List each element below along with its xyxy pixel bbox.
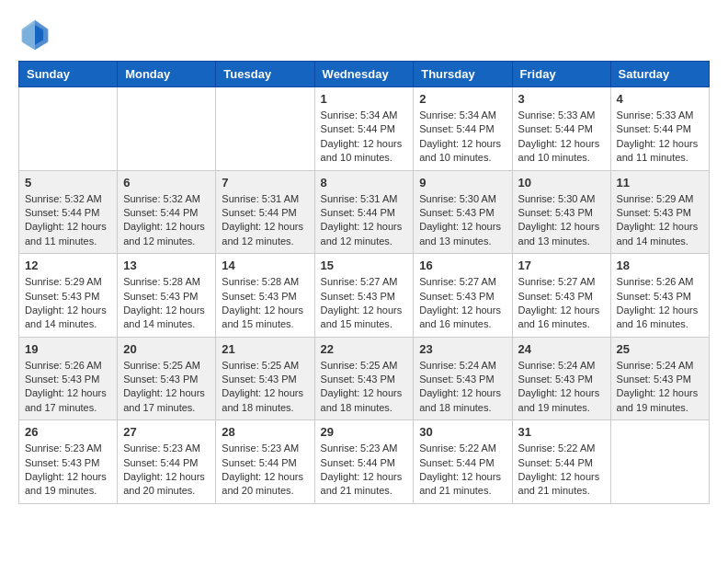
calendar: SundayMondayTuesdayWednesdayThursdayFrid… xyxy=(18,61,710,504)
day-number: 12 xyxy=(25,259,111,272)
day-number: 22 xyxy=(321,342,408,356)
calendar-body: 1Sunrise: 5:34 AM Sunset: 5:44 PM Daylig… xyxy=(19,87,710,504)
header xyxy=(18,18,710,52)
day-info: Sunrise: 5:28 AM Sunset: 5:43 PM Dayligh… xyxy=(222,275,308,332)
calendar-cell: 3Sunrise: 5:33 AM Sunset: 5:44 PM Daylig… xyxy=(512,87,610,171)
calendar-cell: 20Sunrise: 5:25 AM Sunset: 5:43 PM Dayli… xyxy=(118,337,216,420)
day-info: Sunrise: 5:23 AM Sunset: 5:44 PM Dayligh… xyxy=(123,442,210,499)
calendar-cell xyxy=(610,420,709,504)
day-info: Sunrise: 5:34 AM Sunset: 5:44 PM Dayligh… xyxy=(419,109,506,166)
logo-icon xyxy=(18,18,51,52)
day-info: Sunrise: 5:24 AM Sunset: 5:43 PM Dayligh… xyxy=(419,359,506,416)
day-number: 3 xyxy=(518,92,605,106)
day-info: Sunrise: 5:27 AM Sunset: 5:43 PM Dayligh… xyxy=(419,275,506,332)
day-number: 25 xyxy=(617,342,703,356)
calendar-cell: 17Sunrise: 5:27 AM Sunset: 5:43 PM Dayli… xyxy=(512,254,610,338)
day-number: 19 xyxy=(25,342,111,356)
calendar-cell: 8Sunrise: 5:31 AM Sunset: 5:44 PM Daylig… xyxy=(314,170,414,254)
svg-marker-2 xyxy=(22,20,35,50)
calendar-cell: 4Sunrise: 5:33 AM Sunset: 5:44 PM Daylig… xyxy=(610,87,709,171)
day-info: Sunrise: 5:25 AM Sunset: 5:43 PM Dayligh… xyxy=(222,359,308,416)
day-info: Sunrise: 5:22 AM Sunset: 5:44 PM Dayligh… xyxy=(518,442,605,499)
day-info: Sunrise: 5:29 AM Sunset: 5:43 PM Dayligh… xyxy=(25,275,111,332)
day-info: Sunrise: 5:23 AM Sunset: 5:44 PM Dayligh… xyxy=(321,442,408,499)
weekday-header: Saturday xyxy=(610,62,709,87)
calendar-cell: 14Sunrise: 5:28 AM Sunset: 5:43 PM Dayli… xyxy=(216,254,314,338)
day-info: Sunrise: 5:28 AM Sunset: 5:43 PM Dayligh… xyxy=(123,275,210,332)
day-number: 26 xyxy=(25,425,111,439)
calendar-cell: 6Sunrise: 5:32 AM Sunset: 5:44 PM Daylig… xyxy=(118,170,216,254)
calendar-cell xyxy=(216,87,314,171)
day-info: Sunrise: 5:24 AM Sunset: 5:43 PM Dayligh… xyxy=(617,359,703,416)
day-number: 15 xyxy=(321,259,408,272)
day-number: 9 xyxy=(419,176,506,190)
day-number: 1 xyxy=(321,92,408,106)
day-number: 16 xyxy=(419,259,506,272)
calendar-cell: 22Sunrise: 5:25 AM Sunset: 5:43 PM Dayli… xyxy=(314,337,414,420)
calendar-cell: 1Sunrise: 5:34 AM Sunset: 5:44 PM Daylig… xyxy=(314,87,414,171)
day-info: Sunrise: 5:23 AM Sunset: 5:44 PM Dayligh… xyxy=(222,442,308,499)
calendar-cell: 7Sunrise: 5:31 AM Sunset: 5:44 PM Daylig… xyxy=(216,170,314,254)
day-number: 24 xyxy=(518,342,605,356)
day-number: 27 xyxy=(123,425,210,439)
day-info: Sunrise: 5:24 AM Sunset: 5:43 PM Dayligh… xyxy=(518,359,605,416)
calendar-cell: 19Sunrise: 5:26 AM Sunset: 5:43 PM Dayli… xyxy=(19,337,118,420)
day-info: Sunrise: 5:30 AM Sunset: 5:43 PM Dayligh… xyxy=(419,192,506,249)
calendar-week-row: 12Sunrise: 5:29 AM Sunset: 5:43 PM Dayli… xyxy=(19,254,710,338)
day-number: 14 xyxy=(222,259,308,272)
day-info: Sunrise: 5:33 AM Sunset: 5:44 PM Dayligh… xyxy=(617,109,703,166)
day-info: Sunrise: 5:25 AM Sunset: 5:43 PM Dayligh… xyxy=(123,359,210,416)
day-number: 29 xyxy=(321,425,408,439)
day-number: 30 xyxy=(419,425,506,439)
day-number: 23 xyxy=(419,342,506,356)
day-info: Sunrise: 5:26 AM Sunset: 5:43 PM Dayligh… xyxy=(25,359,111,416)
calendar-week-row: 26Sunrise: 5:23 AM Sunset: 5:43 PM Dayli… xyxy=(19,420,710,504)
weekday-header: Monday xyxy=(118,62,216,87)
day-number: 10 xyxy=(518,176,605,190)
day-number: 21 xyxy=(222,342,308,356)
calendar-cell xyxy=(19,87,118,171)
day-number: 11 xyxy=(617,176,703,190)
day-info: Sunrise: 5:22 AM Sunset: 5:44 PM Dayligh… xyxy=(419,442,506,499)
calendar-cell: 18Sunrise: 5:26 AM Sunset: 5:43 PM Dayli… xyxy=(610,254,709,338)
day-info: Sunrise: 5:23 AM Sunset: 5:43 PM Dayligh… xyxy=(25,442,111,499)
day-info: Sunrise: 5:29 AM Sunset: 5:43 PM Dayligh… xyxy=(617,192,703,249)
calendar-week-row: 19Sunrise: 5:26 AM Sunset: 5:43 PM Dayli… xyxy=(19,337,710,420)
calendar-cell: 24Sunrise: 5:24 AM Sunset: 5:43 PM Dayli… xyxy=(512,337,610,420)
calendar-week-row: 5Sunrise: 5:32 AM Sunset: 5:44 PM Daylig… xyxy=(19,170,710,254)
logo xyxy=(18,18,57,52)
day-number: 5 xyxy=(25,176,111,190)
day-info: Sunrise: 5:33 AM Sunset: 5:44 PM Dayligh… xyxy=(518,109,605,166)
day-number: 28 xyxy=(222,425,308,439)
weekday-header: Sunday xyxy=(19,62,118,87)
day-info: Sunrise: 5:26 AM Sunset: 5:43 PM Dayligh… xyxy=(617,275,703,332)
calendar-week-row: 1Sunrise: 5:34 AM Sunset: 5:44 PM Daylig… xyxy=(19,87,710,171)
calendar-cell: 16Sunrise: 5:27 AM Sunset: 5:43 PM Dayli… xyxy=(414,254,512,338)
day-number: 20 xyxy=(123,342,210,356)
day-number: 6 xyxy=(123,176,210,190)
calendar-cell: 30Sunrise: 5:22 AM Sunset: 5:44 PM Dayli… xyxy=(414,420,512,504)
day-number: 13 xyxy=(123,259,210,272)
calendar-cell: 21Sunrise: 5:25 AM Sunset: 5:43 PM Dayli… xyxy=(216,337,314,420)
day-info: Sunrise: 5:32 AM Sunset: 5:44 PM Dayligh… xyxy=(123,192,210,249)
day-info: Sunrise: 5:30 AM Sunset: 5:43 PM Dayligh… xyxy=(518,192,605,249)
calendar-cell: 15Sunrise: 5:27 AM Sunset: 5:43 PM Dayli… xyxy=(314,254,414,338)
calendar-cell: 2Sunrise: 5:34 AM Sunset: 5:44 PM Daylig… xyxy=(414,87,512,171)
calendar-cell: 23Sunrise: 5:24 AM Sunset: 5:43 PM Dayli… xyxy=(414,337,512,420)
day-info: Sunrise: 5:31 AM Sunset: 5:44 PM Dayligh… xyxy=(222,192,308,249)
day-number: 8 xyxy=(321,176,408,190)
weekday-header: Thursday xyxy=(414,62,512,87)
day-number: 31 xyxy=(518,425,605,439)
day-info: Sunrise: 5:25 AM Sunset: 5:43 PM Dayligh… xyxy=(321,359,408,416)
calendar-cell: 25Sunrise: 5:24 AM Sunset: 5:43 PM Dayli… xyxy=(610,337,709,420)
calendar-cell: 12Sunrise: 5:29 AM Sunset: 5:43 PM Dayli… xyxy=(19,254,118,338)
calendar-header: SundayMondayTuesdayWednesdayThursdayFrid… xyxy=(19,62,710,87)
day-number: 2 xyxy=(419,92,506,106)
day-info: Sunrise: 5:32 AM Sunset: 5:44 PM Dayligh… xyxy=(25,192,111,249)
calendar-cell: 10Sunrise: 5:30 AM Sunset: 5:43 PM Dayli… xyxy=(512,170,610,254)
day-info: Sunrise: 5:34 AM Sunset: 5:44 PM Dayligh… xyxy=(321,109,408,166)
weekday-header: Wednesday xyxy=(314,62,414,87)
calendar-cell: 13Sunrise: 5:28 AM Sunset: 5:43 PM Dayli… xyxy=(118,254,216,338)
calendar-cell xyxy=(118,87,216,171)
day-info: Sunrise: 5:27 AM Sunset: 5:43 PM Dayligh… xyxy=(518,275,605,332)
